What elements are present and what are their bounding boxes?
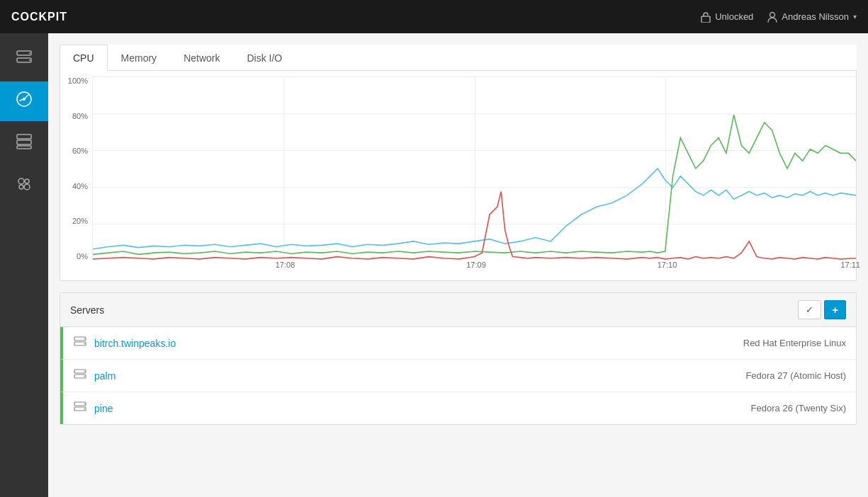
x-tick-1708: 17:08 (276, 261, 295, 269)
svg-point-12 (24, 184, 30, 190)
sidebar-item-services[interactable] (0, 166, 48, 206)
user-icon (767, 11, 777, 23)
server-name-pine: pine (94, 403, 113, 414)
svg-point-26 (84, 409, 85, 410)
server-left-pine: pine (73, 399, 113, 417)
server-icon-pine (73, 399, 87, 417)
header-right: Unlocked Andreas Nilsson ▾ (701, 11, 857, 23)
sidebar-item-server[interactable] (0, 39, 48, 79)
tabs: CPU Memory Network Disk I/O (60, 45, 857, 71)
tab-cpu[interactable]: CPU (60, 45, 108, 71)
user-menu[interactable]: Andreas Nilsson ▾ (767, 11, 857, 23)
main-content: CPU Memory Network Disk I/O 100% 80% 60%… (48, 33, 868, 497)
y-40: 40% (60, 182, 88, 190)
svg-rect-9 (17, 140, 31, 144)
check-button[interactable]: ✓ (798, 300, 821, 319)
unlocked-text: Unlocked (715, 11, 753, 22)
tab-network[interactable]: Network (170, 45, 233, 71)
server-icon-palm (73, 367, 87, 384)
y-100: 100% (60, 76, 88, 85)
servers-section: Servers ✓ + b (60, 292, 857, 425)
server-os-pine: Fedora 26 (Twenty Six) (751, 403, 846, 413)
storage-icon (14, 132, 34, 156)
svg-point-11 (18, 178, 24, 184)
svg-rect-0 (701, 16, 710, 23)
server-icon (14, 47, 34, 71)
y-60: 60% (60, 147, 88, 155)
cpu-chart: 100% 80% 60% 40% 20% 0% (60, 71, 857, 281)
svg-point-14 (19, 185, 23, 189)
chart-plot (92, 76, 856, 261)
svg-rect-8 (17, 135, 31, 139)
svg-point-21 (84, 371, 85, 372)
x-axis: 17:08 17:09 17:10 17:11 (92, 261, 856, 275)
sidebar (0, 33, 48, 497)
app-title: COCKPIT (11, 11, 67, 23)
dashboard-icon (14, 89, 34, 113)
servers-header: Servers ✓ + (60, 293, 856, 327)
server-icon-bitrch (73, 334, 87, 352)
x-tick-1709: 17:09 (466, 261, 486, 269)
sidebar-item-dashboard[interactable] (0, 81, 48, 121)
x-tick-1711: 17:11 (840, 261, 860, 269)
chart-area: 100% 80% 60% 40% 20% 0% (60, 76, 856, 261)
server-name-palm: palm (94, 370, 115, 382)
svg-point-7 (23, 98, 26, 101)
add-server-button[interactable]: + (824, 300, 846, 319)
svg-point-13 (25, 179, 29, 183)
servers-actions: ✓ + (798, 300, 846, 319)
header: COCKPIT Unlocked Andreas Nilsson ▾ (0, 0, 868, 33)
server-name-bitrch: bitrch.twinpeaks.io (94, 338, 176, 349)
header-left: COCKPIT (11, 11, 67, 23)
server-os-bitrch: Red Hat Enterprise Linux (743, 338, 846, 348)
layout: CPU Memory Network Disk I/O 100% 80% 60%… (0, 33, 868, 497)
svg-point-22 (84, 376, 85, 377)
services-icon (14, 174, 34, 198)
server-row-palm[interactable]: palm Fedora 27 (Atomic Host) (60, 360, 856, 392)
chevron-down-icon: ▾ (853, 13, 857, 21)
y-0: 0% (60, 252, 88, 261)
x-tick-1710: 17:10 (658, 261, 677, 269)
server-row-bitrch[interactable]: bitrch.twinpeaks.io Red Hat Enterprise L… (60, 327, 856, 360)
svg-point-17 (84, 338, 85, 340)
svg-point-4 (29, 52, 30, 54)
svg-point-25 (84, 404, 85, 405)
servers-title: Servers (70, 304, 104, 316)
sidebar-item-storage[interactable] (0, 124, 48, 164)
user-name: Andreas Nilsson (782, 11, 849, 22)
y-80: 80% (60, 112, 88, 120)
y-axis: 100% 80% 60% 40% 20% 0% (60, 76, 92, 261)
chart-lines (93, 76, 856, 261)
lock-icon (701, 11, 711, 23)
tab-memory[interactable]: Memory (108, 45, 171, 71)
server-left-palm: palm (73, 367, 115, 384)
lock-status: Unlocked (701, 11, 753, 23)
y-20: 20% (60, 217, 88, 225)
tab-diskio[interactable]: Disk I/O (233, 45, 295, 71)
server-os-palm: Fedora 27 (Atomic Host) (745, 370, 846, 381)
svg-point-5 (29, 59, 30, 61)
server-left-bitrch: bitrch.twinpeaks.io (73, 334, 176, 352)
svg-rect-10 (17, 146, 31, 149)
svg-point-1 (770, 12, 775, 17)
server-row-pine[interactable]: pine Fedora 26 (Twenty Six) (60, 392, 856, 424)
svg-point-18 (84, 343, 85, 345)
